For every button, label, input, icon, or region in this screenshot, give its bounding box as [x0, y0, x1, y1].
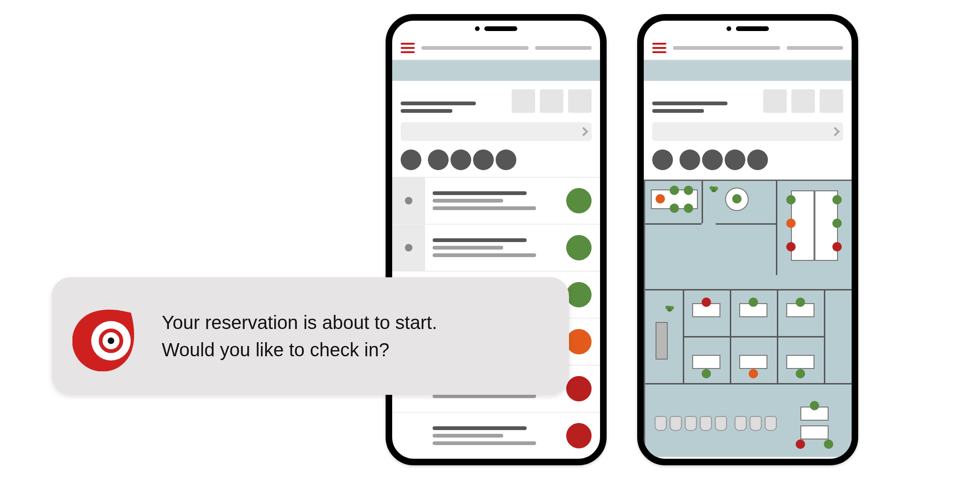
desk[interactable] — [692, 355, 720, 369]
filter-chip[interactable] — [568, 89, 592, 113]
seat-marker[interactable] — [656, 194, 665, 204]
heading-line — [401, 102, 476, 105]
desk[interactable] — [739, 355, 767, 369]
hamburger-menu-icon[interactable] — [652, 43, 666, 53]
lounge-chair[interactable] — [700, 416, 712, 431]
reservation-row[interactable] — [392, 460, 600, 465]
svg-point-1 — [710, 186, 713, 190]
notification-text: Your reservation is about to start. Woul… — [162, 309, 437, 363]
seat-marker[interactable] — [832, 195, 842, 204]
status-dot-icon — [566, 235, 592, 260]
floor-plan[interactable] — [644, 180, 852, 457]
seat-marker[interactable] — [824, 439, 833, 449]
row-content — [433, 426, 559, 445]
phone-map-view — [637, 14, 858, 465]
status-dot-icon — [566, 188, 592, 213]
seat-marker[interactable] — [702, 298, 711, 307]
avatar-selector — [644, 148, 852, 177]
notification-toast[interactable]: Your reservation is about to start. Woul… — [52, 277, 569, 395]
filter-chip[interactable] — [820, 89, 843, 113]
action-placeholder — [535, 46, 592, 50]
time-column — [392, 178, 425, 224]
seat-marker[interactable] — [796, 369, 805, 378]
reservation-row[interactable] — [392, 413, 600, 460]
time-column — [392, 413, 425, 459]
seat-marker[interactable] — [832, 219, 842, 228]
seat-marker[interactable] — [670, 186, 679, 195]
seat-marker[interactable] — [732, 194, 742, 204]
app-logo-icon — [72, 301, 143, 371]
plant-icon — [708, 184, 719, 195]
avatar-selector — [392, 148, 600, 177]
status-bar — [392, 21, 600, 37]
filter-zone — [392, 81, 600, 116]
lounge-chair[interactable] — [735, 416, 747, 431]
seat-marker[interactable] — [810, 401, 819, 410]
lounge-chair[interactable] — [685, 416, 697, 431]
seat-marker[interactable] — [749, 298, 758, 307]
sub-header-band — [392, 60, 600, 81]
phone-list-view — [386, 14, 607, 465]
title-placeholder — [673, 46, 780, 50]
lounge-chair[interactable] — [655, 416, 667, 431]
filter-chip[interactable] — [791, 89, 815, 113]
hamburger-menu-icon[interactable] — [401, 43, 415, 53]
seat-marker[interactable] — [684, 186, 693, 195]
sub-header-band — [644, 60, 852, 81]
lounge-chair[interactable] — [765, 416, 777, 431]
chevron-right-icon — [579, 127, 588, 136]
seat-marker[interactable] — [786, 242, 796, 251]
time-marker-icon — [405, 197, 412, 204]
row-content — [433, 238, 559, 257]
status-dot-icon — [566, 329, 592, 354]
title-placeholder — [421, 46, 529, 50]
filter-chip[interactable] — [512, 89, 535, 113]
svg-point-2 — [714, 187, 718, 190]
avatar[interactable] — [401, 149, 421, 170]
search-input[interactable] — [401, 122, 592, 141]
seat-marker[interactable] — [749, 369, 758, 378]
seat-marker[interactable] — [796, 439, 805, 449]
row-content — [433, 191, 559, 210]
lounge-chair[interactable] — [670, 416, 682, 431]
lounge-chair[interactable] — [750, 416, 762, 431]
seat-marker[interactable] — [684, 204, 693, 213]
svg-point-8 — [108, 337, 114, 344]
seat-marker[interactable] — [832, 242, 842, 251]
seat-marker[interactable] — [786, 219, 796, 228]
action-placeholder — [787, 46, 843, 50]
avatar[interactable] — [702, 149, 723, 170]
seat-marker[interactable] — [670, 204, 679, 213]
svg-point-4 — [665, 306, 669, 309]
status-dot-icon — [566, 423, 592, 448]
avatar[interactable] — [473, 149, 494, 170]
seat-marker[interactable] — [786, 195, 796, 204]
filter-chip[interactable] — [763, 89, 787, 113]
avatar[interactable] — [496, 149, 516, 170]
search-input[interactable] — [652, 122, 843, 141]
avatar[interactable] — [747, 149, 768, 170]
avatar[interactable] — [725, 149, 745, 170]
desk[interactable] — [800, 425, 829, 439]
avatar[interactable] — [652, 149, 673, 170]
status-bar — [644, 21, 852, 37]
notification-line-2: Would you like to check in? — [162, 336, 437, 363]
subheading-line — [401, 109, 452, 113]
chevron-right-icon — [830, 127, 840, 136]
avatar[interactable] — [450, 149, 471, 170]
app-bar — [644, 37, 852, 60]
app-bar — [392, 37, 600, 60]
seat-marker[interactable] — [702, 369, 711, 378]
reservation-row[interactable] — [392, 225, 600, 272]
seat-marker[interactable] — [796, 298, 805, 307]
reservation-row[interactable] — [392, 178, 600, 225]
cabinet — [656, 322, 668, 360]
svg-point-5 — [670, 306, 674, 310]
status-dot-icon — [566, 282, 592, 307]
avatar[interactable] — [680, 149, 700, 170]
desk[interactable] — [786, 355, 814, 369]
lounge-chair[interactable] — [715, 416, 727, 431]
avatar[interactable] — [428, 149, 449, 170]
time-marker-icon — [405, 244, 412, 251]
filter-chip[interactable] — [540, 89, 563, 113]
